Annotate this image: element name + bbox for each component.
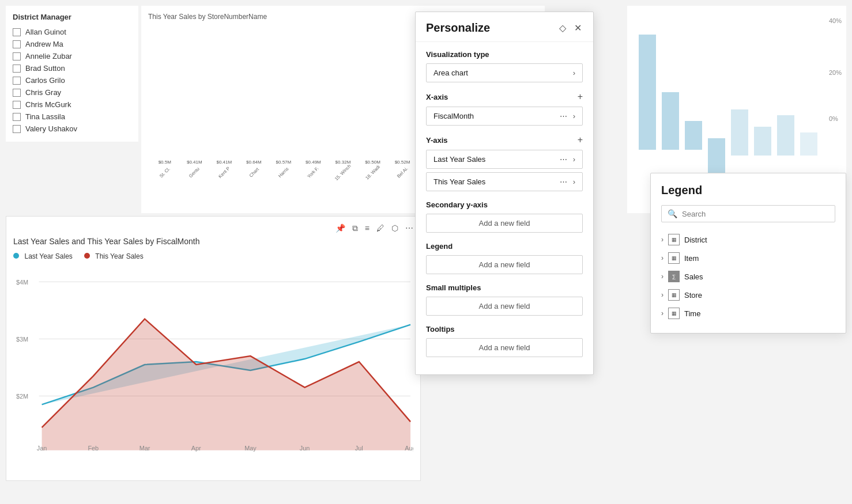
edit-icon[interactable]: 🖊 (376, 223, 384, 233)
copy-icon[interactable]: ⧉ (352, 223, 358, 233)
bar-wrapper: $0.5MSt. Cl. (151, 169, 179, 175)
district-manager-panel: District Manager Allan GuinotAndrew MaAn… (6, 6, 138, 142)
filter-icon[interactable]: ≡ (365, 223, 370, 233)
dm-checkbox[interactable] (13, 77, 21, 85)
chevron-right-icon: › (661, 272, 663, 281)
area-chart-svg: $4M $3M $2M Jan Feb Mar Apr May Jun Jul … (13, 267, 413, 463)
dm-item[interactable]: Allan Guinot (13, 26, 131, 38)
pin-icon[interactable]: 📌 (335, 223, 345, 233)
yaxis-more-icon-0[interactable]: ⋯ (560, 155, 567, 164)
tooltips-add-btn[interactable]: Add a new field (426, 338, 583, 357)
bar-wrapper: $0.52MBel Ai. (389, 169, 416, 175)
personalize-panel: Personalize ◇ ✕ Visualization type Area … (415, 12, 594, 375)
chevron-right-icon: › (573, 69, 575, 77)
more-icon[interactable]: ⋯ (405, 223, 413, 233)
legend-item-label: Store (684, 291, 702, 300)
dm-item[interactable]: Tina Lassila (13, 111, 131, 123)
yaxis-pill-right-1: ⋯ › (560, 177, 575, 186)
dm-checkbox[interactable] (13, 125, 21, 133)
legend-add-btn[interactable]: Add a new field (426, 255, 583, 274)
viz-type-pill[interactable]: Area chart › (426, 63, 583, 82)
dm-name: Tina Lassila (25, 112, 65, 121)
chevron-right-icon: › (661, 291, 663, 299)
panel-header: Personalize ◇ ✕ (416, 12, 593, 42)
chart-svg-container: $4M $3M $2M Jan Feb Mar Apr May Jun Jul … (13, 267, 413, 463)
dm-name: Carlos Grilo (25, 76, 65, 85)
bar-label: York F. (307, 166, 320, 179)
dm-checkbox[interactable] (13, 113, 21, 121)
yaxis-add-button[interactable]: + (578, 135, 583, 145)
chevron-right-icon: › (661, 254, 663, 262)
dm-item[interactable]: Chris McGurk (13, 98, 131, 111)
district-manager-title: District Manager (13, 13, 131, 21)
close-button[interactable]: ✕ (573, 21, 583, 35)
xaxis-section: X-axis + FiscalMonth ⋯ › (426, 92, 583, 126)
dm-checkbox[interactable] (13, 101, 21, 109)
svg-rect-5 (685, 121, 702, 150)
secondary-yaxis-add-btn[interactable]: Add a new field (426, 214, 583, 233)
small-multiples-section: Small multiples Add a new field (426, 283, 583, 316)
dm-name: Chris McGurk (25, 100, 71, 109)
yaxis-pill-right-0: ⋯ › (560, 155, 575, 164)
secondary-yaxis-header: Secondary y-axis (426, 200, 583, 209)
legend-dot-blue (13, 253, 19, 259)
search-input[interactable] (682, 210, 829, 218)
legend-tree-item[interactable]: ›∑Sales (661, 267, 835, 286)
dm-name: Allan Guinot (25, 28, 66, 36)
xaxis-add-button[interactable]: + (578, 92, 583, 102)
yaxis-field-pill-0[interactable]: Last Year Sales ⋯ › (426, 150, 583, 169)
svg-rect-7 (731, 109, 748, 156)
visual-icon[interactable]: ⬡ (391, 223, 398, 233)
tooltips-label: Tooltips (426, 325, 455, 334)
xaxis-more-icon[interactable]: ⋯ (560, 112, 567, 120)
dm-checkbox[interactable] (13, 52, 21, 60)
dm-name: Annelie Zubar (25, 52, 72, 60)
dm-item[interactable]: Brad Sutton (13, 62, 131, 74)
dm-item[interactable]: Andrew Ma (13, 38, 131, 50)
legend-item-label: Time (684, 309, 700, 318)
dm-checkbox[interactable] (13, 40, 21, 48)
viz-type-pill-right: › (573, 69, 575, 77)
legend-tree-item[interactable]: ›▦District (661, 230, 835, 249)
dm-checkbox[interactable] (13, 65, 21, 73)
svg-text:0%: 0% (829, 115, 838, 122)
yaxis-more-icon-1[interactable]: ⋯ (560, 177, 567, 186)
svg-text:40%: 40% (829, 17, 842, 24)
table-icon: ▦ (668, 234, 680, 245)
calc-icon: ∑ (668, 271, 680, 282)
dm-item[interactable]: Valery Ushakov (13, 123, 131, 135)
dm-item[interactable]: Annelie Zubar (13, 50, 131, 62)
dm-name: Brad Sutton (25, 64, 65, 73)
svg-rect-4 (662, 92, 679, 150)
yaxis-field-value-1: This Year Sales (433, 177, 485, 186)
table-icon: ▦ (668, 252, 680, 264)
xaxis-label: X-axis (426, 93, 448, 101)
legend-item-label: Sales (684, 272, 703, 281)
legend-tree-item[interactable]: ›▦Store (661, 286, 835, 304)
xaxis-field-pill[interactable]: FiscalMonth ⋯ › (426, 107, 583, 126)
bar-value: $0.57M (276, 160, 292, 165)
dm-item[interactable]: Carlos Grilo (13, 74, 131, 86)
svg-text:May: May (244, 445, 257, 452)
bar-wrapper: $0.49MYork F. (300, 169, 327, 175)
tooltips-section: Tooltips Add a new field (426, 325, 583, 357)
legend-item-label: Item (684, 254, 699, 263)
yaxis-field-pill-1[interactable]: This Year Sales ⋯ › (426, 172, 583, 191)
table-icon: ▦ (668, 308, 680, 319)
dm-checkbox[interactable] (13, 28, 21, 36)
dm-checkbox[interactable] (13, 89, 21, 97)
dm-item[interactable]: Chris Gray (13, 86, 131, 98)
bar-wrapper: $0.32M15. Winch (329, 169, 357, 175)
svg-text:$4M: $4M (16, 279, 28, 286)
tooltips-header: Tooltips (426, 325, 583, 334)
legend-tree-item[interactable]: ›▦Time (661, 304, 835, 323)
svg-text:20%: 20% (829, 69, 842, 76)
legend-section-header: Legend (426, 242, 583, 251)
legend-tree-item[interactable]: ›▦Item (661, 249, 835, 267)
area-chart-panel: 📌 ⧉ ≡ 🖊 ⬡ ⋯ Last Year Sales and This Yea… (6, 216, 421, 481)
legend-search-box[interactable]: 🔍 (661, 205, 835, 222)
reset-button[interactable]: ◇ (558, 21, 567, 35)
yaxis-section: Y-axis + Last Year Sales ⋯ › This Year S… (426, 135, 583, 191)
small-multiples-add-btn[interactable]: Add a new field (426, 297, 583, 316)
yaxis-chevron-icon-0: › (573, 155, 575, 164)
